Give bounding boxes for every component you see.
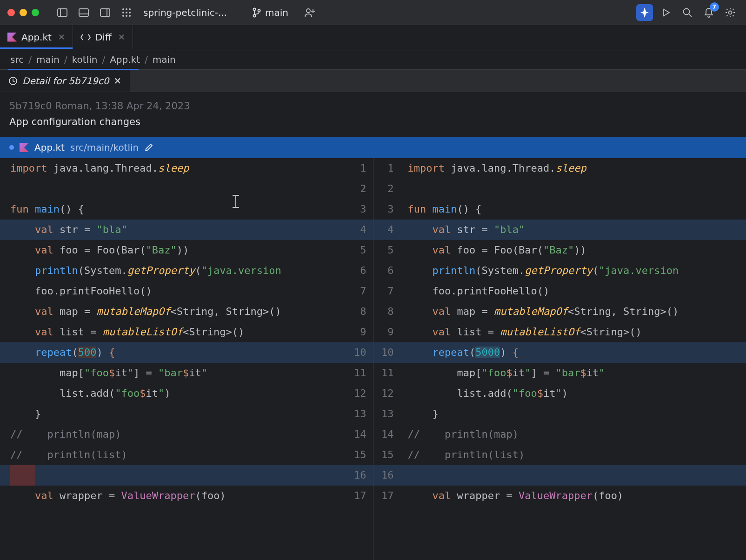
close-window-button[interactable] — [7, 9, 15, 16]
code-line[interactable]: 17 val wrapper = ValueWrapper(foo) — [373, 486, 746, 506]
svg-point-14 — [129, 15, 131, 17]
code-content: println(System.getProperty("java.version — [398, 260, 746, 281]
add-collaborator-icon[interactable] — [301, 4, 318, 21]
svg-line-22 — [689, 14, 692, 17]
breadcrumb-item[interactable]: src — [10, 54, 24, 65]
svg-rect-0 — [58, 9, 67, 16]
code-line[interactable]: val foo = Foo(Bar("Baz"))5 — [0, 240, 373, 260]
code-line[interactable]: 8 val map = mutableMapOf<String, String>… — [373, 301, 746, 322]
code-line[interactable]: 2 — [373, 179, 746, 199]
line-number: 10 — [349, 342, 373, 363]
code-line[interactable]: 4 val str = "bla" — [373, 220, 746, 240]
code-line[interactable]: 1import java.lang.Thread.sleep — [373, 158, 746, 179]
breadcrumb-item[interactable]: main — [153, 54, 176, 65]
maximize-window-button[interactable] — [32, 9, 39, 16]
code-content: val str = "bla" — [0, 220, 349, 240]
minimize-window-button[interactable] — [20, 9, 27, 16]
line-number: 12 — [349, 383, 373, 404]
code-line[interactable]: 3fun main() { — [373, 199, 746, 220]
window-controls — [7, 9, 39, 16]
apps-grid-icon[interactable] — [118, 4, 135, 21]
breadcrumb-item[interactable]: App.kt — [110, 54, 140, 65]
code-line[interactable]: 7 foo.printFooHello() — [373, 281, 746, 301]
code-line[interactable]: // println(map)14 — [0, 424, 373, 445]
code-content: val list = mutableListOf<String>() — [398, 322, 746, 342]
code-line[interactable]: 13 } — [373, 404, 746, 424]
history-clock-icon — [8, 76, 18, 86]
code-line[interactable]: 16 — [0, 465, 373, 486]
line-number: 2 — [373, 179, 398, 199]
breadcrumb-item[interactable]: main — [36, 54, 60, 65]
code-content: } — [398, 404, 746, 424]
branch-selector[interactable]: main — [252, 7, 288, 18]
close-icon[interactable]: ✕ — [118, 32, 125, 42]
close-icon[interactable]: ✕ — [113, 75, 121, 87]
code-line[interactable]: val str = "bla"4 — [0, 220, 373, 240]
pencil-edit-icon[interactable] — [144, 143, 153, 152]
code-line[interactable]: list.add("foo$it")12 — [0, 383, 373, 404]
line-number: 1 — [349, 158, 373, 179]
line-number: 1 — [373, 158, 398, 179]
line-number: 14 — [349, 424, 373, 445]
code-line[interactable]: 15// println(list) — [373, 445, 746, 465]
line-number: 8 — [373, 301, 398, 322]
svg-point-17 — [258, 9, 260, 12]
code-line[interactable]: import java.lang.Thread.sleep1 — [0, 158, 373, 179]
code-line[interactable]: map["foo$it"] = "bar$it"11 — [0, 363, 373, 383]
tab-diff[interactable]: Diff ✕ — [73, 25, 133, 49]
svg-point-7 — [126, 8, 127, 10]
breadcrumb-item[interactable]: kotlin — [72, 54, 98, 65]
diff-file-header[interactable]: App.kt src/main/kotlin — [0, 137, 746, 158]
diff-right-pane[interactable]: 1import java.lang.Thread.sleep23fun main… — [373, 158, 746, 560]
run-icon[interactable] — [658, 4, 674, 21]
code-line[interactable]: 2 — [0, 179, 373, 199]
diff-left-pane[interactable]: import java.lang.Thread.sleep12fun main(… — [0, 158, 373, 560]
svg-rect-4 — [100, 9, 110, 16]
code-line[interactable]: 5 val foo = Foo(Bar("Baz")) — [373, 240, 746, 260]
detail-tab-label: Detail for 5b719c0 — [22, 75, 109, 87]
line-number: 4 — [349, 220, 373, 240]
code-content: repeat(5000) { — [398, 342, 746, 363]
code-line[interactable]: 6 println(System.getProperty("java.versi… — [373, 260, 746, 281]
line-number: 13 — [373, 404, 398, 424]
line-number: 6 — [349, 260, 373, 281]
detail-tab[interactable]: Detail for 5b719c0 ✕ — [0, 70, 130, 92]
breadcrumb-separator: / — [102, 54, 105, 65]
code-line[interactable]: val list = mutableListOf<String>()9 — [0, 322, 373, 342]
diff-view: import java.lang.Thread.sleep12fun main(… — [0, 158, 746, 560]
branch-icon — [252, 7, 261, 18]
code-line[interactable]: 9 val list = mutableListOf<String>() — [373, 322, 746, 342]
ai-assistant-icon[interactable] — [636, 4, 653, 21]
settings-gear-icon[interactable] — [722, 4, 739, 21]
sidebar-right-icon[interactable] — [97, 4, 113, 21]
code-line[interactable]: 10 repeat(5000) { — [373, 342, 746, 363]
close-icon[interactable]: ✕ — [58, 32, 65, 42]
code-line[interactable]: val wrapper = ValueWrapper(foo)17 — [0, 486, 373, 506]
code-line[interactable]: foo.printFooHello()7 — [0, 281, 373, 301]
code-content: import java.lang.Thread.sleep — [398, 158, 746, 179]
code-content: val map = mutableMapOf<String, String>() — [398, 301, 746, 322]
code-content: list.add("foo$it") — [0, 383, 349, 404]
code-line[interactable]: repeat(500) {10 — [0, 342, 373, 363]
kotlin-file-icon — [20, 143, 29, 152]
project-name-label[interactable]: spring-petclinic-... — [143, 7, 227, 18]
search-icon[interactable] — [679, 4, 696, 21]
code-line[interactable]: 14// println(map) — [373, 424, 746, 445]
code-line[interactable]: // println(list)15 — [0, 445, 373, 465]
notifications-icon[interactable]: 7 — [700, 4, 717, 21]
svg-point-18 — [306, 9, 310, 13]
code-line[interactable]: fun main() {3 — [0, 199, 373, 220]
line-number: 4 — [373, 220, 398, 240]
code-line[interactable]: }13 — [0, 404, 373, 424]
line-number: 6 — [373, 260, 398, 281]
sidebar-bottom-icon[interactable] — [75, 4, 92, 21]
code-line[interactable]: val map = mutableMapOf<String, String>()… — [0, 301, 373, 322]
code-line[interactable]: println(System.getProperty("java.version… — [0, 260, 373, 281]
code-line[interactable]: 11 map["foo$it"] = "bar$it" — [373, 363, 746, 383]
code-line[interactable]: 16 — [373, 465, 746, 486]
sidebar-left-icon[interactable] — [54, 4, 71, 21]
code-content: map["foo$it"] = "bar$it" — [0, 363, 349, 383]
code-line[interactable]: 12 list.add("foo$it") — [373, 383, 746, 404]
tab-app-kt[interactable]: App.kt ✕ — [0, 25, 73, 49]
line-number: 3 — [373, 199, 398, 220]
